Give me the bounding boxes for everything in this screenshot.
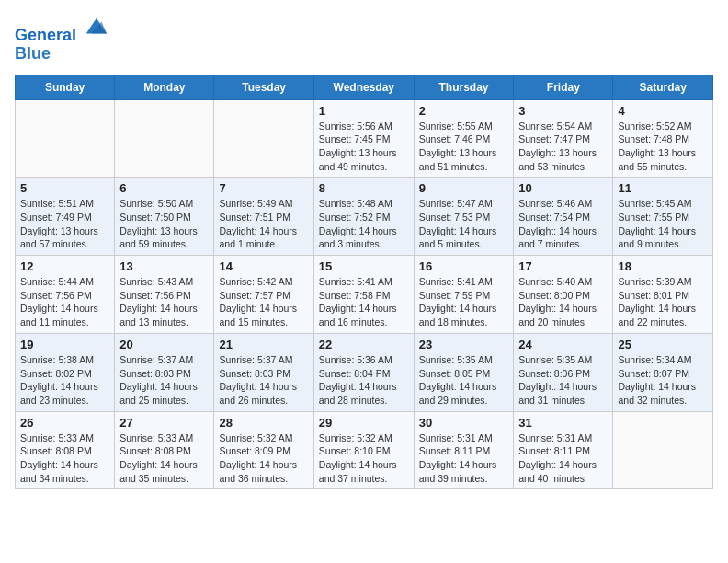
day-info: Sunrise: 5:34 AMSunset: 8:07 PMDaylight:… [618, 353, 708, 408]
day-info: Sunrise: 5:31 AMSunset: 8:11 PMDaylight:… [518, 431, 608, 486]
day-number: 7 [219, 181, 308, 195]
calendar-cell: 20Sunrise: 5:37 AMSunset: 8:03 PMDayligh… [115, 333, 214, 411]
calendar-cell: 27Sunrise: 5:33 AMSunset: 8:08 PMDayligh… [115, 411, 214, 489]
logo-general: General [15, 26, 76, 44]
calendar-cell: 12Sunrise: 5:44 AMSunset: 7:56 PMDayligh… [16, 256, 115, 334]
day-info: Sunrise: 5:32 AMSunset: 8:10 PMDaylight:… [319, 431, 409, 486]
calendar-cell: 21Sunrise: 5:37 AMSunset: 8:03 PMDayligh… [214, 333, 313, 411]
calendar-cell: 18Sunrise: 5:39 AMSunset: 8:01 PMDayligh… [613, 256, 713, 334]
day-number: 26 [20, 416, 109, 430]
calendar-cell: 24Sunrise: 5:35 AMSunset: 8:06 PMDayligh… [514, 333, 613, 411]
calendar-cell [115, 99, 214, 178]
day-info: Sunrise: 5:37 AMSunset: 8:03 PMDaylight:… [119, 353, 209, 408]
day-info: Sunrise: 5:38 AMSunset: 8:02 PMDaylight:… [20, 353, 109, 408]
calendar-week-row: 1Sunrise: 5:56 AMSunset: 7:45 PMDaylight… [16, 99, 713, 178]
calendar-cell: 26Sunrise: 5:33 AMSunset: 8:08 PMDayligh… [16, 411, 115, 489]
weekday-header-sunday: Sunday [16, 75, 115, 99]
logo-text: General [15, 15, 108, 45]
calendar-cell: 10Sunrise: 5:46 AMSunset: 7:54 PMDayligh… [514, 178, 613, 256]
day-number: 16 [419, 259, 509, 273]
day-number: 8 [319, 181, 409, 195]
day-number: 5 [20, 181, 109, 195]
day-info: Sunrise: 5:36 AMSunset: 8:04 PMDaylight:… [319, 353, 409, 408]
day-number: 11 [618, 181, 708, 195]
weekday-header-saturday: Saturday [613, 75, 713, 99]
calendar-cell: 4Sunrise: 5:52 AMSunset: 7:48 PMDaylight… [613, 99, 713, 178]
day-info: Sunrise: 5:44 AMSunset: 7:56 PMDaylight:… [20, 275, 109, 329]
calendar-cell: 22Sunrise: 5:36 AMSunset: 8:04 PMDayligh… [313, 333, 414, 411]
calendar-week-row: 5Sunrise: 5:51 AMSunset: 7:49 PMDaylight… [16, 178, 713, 256]
day-number: 14 [219, 259, 308, 273]
calendar-cell [214, 99, 313, 178]
calendar-cell: 11Sunrise: 5:45 AMSunset: 7:55 PMDayligh… [613, 178, 713, 256]
day-info: Sunrise: 5:56 AMSunset: 7:45 PMDaylight:… [319, 120, 409, 174]
day-info: Sunrise: 5:40 AMSunset: 8:00 PMDaylight:… [518, 275, 608, 329]
day-number: 17 [518, 259, 608, 273]
calendar-cell: 28Sunrise: 5:32 AMSunset: 8:09 PMDayligh… [214, 411, 313, 489]
page-header: General Blue [15, 15, 713, 63]
day-info: Sunrise: 5:43 AMSunset: 7:56 PMDaylight:… [119, 275, 209, 329]
weekday-header-row: SundayMondayTuesdayWednesdayThursdayFrid… [16, 75, 713, 99]
logo-icon [83, 15, 108, 40]
day-number: 27 [119, 416, 209, 430]
day-info: Sunrise: 5:39 AMSunset: 8:01 PMDaylight:… [618, 275, 708, 329]
calendar-cell [613, 411, 713, 489]
weekday-header-monday: Monday [115, 75, 214, 99]
day-number: 1 [319, 104, 409, 118]
calendar-body: 1Sunrise: 5:56 AMSunset: 7:45 PMDaylight… [16, 99, 713, 489]
calendar-cell: 1Sunrise: 5:56 AMSunset: 7:45 PMDaylight… [313, 99, 414, 178]
calendar-week-row: 12Sunrise: 5:44 AMSunset: 7:56 PMDayligh… [16, 256, 713, 334]
day-info: Sunrise: 5:33 AMSunset: 8:08 PMDaylight:… [20, 431, 109, 486]
day-number: 28 [219, 416, 308, 430]
day-number: 24 [518, 338, 608, 351]
day-info: Sunrise: 5:50 AMSunset: 7:50 PMDaylight:… [119, 197, 209, 251]
day-number: 10 [518, 181, 608, 195]
day-info: Sunrise: 5:54 AMSunset: 7:47 PMDaylight:… [518, 120, 608, 174]
calendar-week-row: 26Sunrise: 5:33 AMSunset: 8:08 PMDayligh… [16, 411, 713, 489]
day-number: 20 [119, 338, 209, 351]
calendar-cell: 7Sunrise: 5:49 AMSunset: 7:51 PMDaylight… [214, 178, 313, 256]
day-number: 31 [518, 416, 608, 430]
day-number: 25 [618, 338, 708, 351]
calendar-cell: 14Sunrise: 5:42 AMSunset: 7:57 PMDayligh… [214, 256, 313, 334]
calendar-cell: 6Sunrise: 5:50 AMSunset: 7:50 PMDaylight… [115, 178, 214, 256]
calendar-week-row: 19Sunrise: 5:38 AMSunset: 8:02 PMDayligh… [16, 333, 713, 411]
day-number: 22 [319, 338, 409, 351]
day-info: Sunrise: 5:33 AMSunset: 8:08 PMDaylight:… [119, 431, 209, 486]
day-info: Sunrise: 5:32 AMSunset: 8:09 PMDaylight:… [219, 431, 308, 486]
logo: General Blue [15, 15, 108, 63]
day-info: Sunrise: 5:52 AMSunset: 7:48 PMDaylight:… [618, 120, 708, 174]
calendar-cell: 9Sunrise: 5:47 AMSunset: 7:53 PMDaylight… [414, 178, 514, 256]
weekday-header-friday: Friday [514, 75, 613, 99]
calendar-table: SundayMondayTuesdayWednesdayThursdayFrid… [15, 75, 713, 490]
day-number: 23 [419, 338, 509, 351]
day-info: Sunrise: 5:41 AMSunset: 7:59 PMDaylight:… [419, 275, 509, 329]
day-info: Sunrise: 5:49 AMSunset: 7:51 PMDaylight:… [219, 197, 308, 251]
day-info: Sunrise: 5:31 AMSunset: 8:11 PMDaylight:… [419, 431, 509, 486]
day-info: Sunrise: 5:55 AMSunset: 7:46 PMDaylight:… [419, 120, 509, 174]
day-number: 21 [219, 338, 308, 351]
day-info: Sunrise: 5:42 AMSunset: 7:57 PMDaylight:… [219, 275, 308, 329]
calendar-cell: 16Sunrise: 5:41 AMSunset: 7:59 PMDayligh… [414, 256, 514, 334]
day-number: 6 [119, 181, 209, 195]
calendar-cell: 3Sunrise: 5:54 AMSunset: 7:47 PMDaylight… [514, 99, 613, 178]
calendar-cell: 30Sunrise: 5:31 AMSunset: 8:11 PMDayligh… [414, 411, 514, 489]
calendar-cell: 17Sunrise: 5:40 AMSunset: 8:00 PMDayligh… [514, 256, 613, 334]
calendar-cell: 23Sunrise: 5:35 AMSunset: 8:05 PMDayligh… [414, 333, 514, 411]
calendar-cell: 5Sunrise: 5:51 AMSunset: 7:49 PMDaylight… [16, 178, 115, 256]
day-info: Sunrise: 5:35 AMSunset: 8:05 PMDaylight:… [419, 353, 509, 408]
day-info: Sunrise: 5:46 AMSunset: 7:54 PMDaylight:… [518, 197, 608, 251]
day-number: 12 [20, 259, 109, 273]
calendar-cell: 8Sunrise: 5:48 AMSunset: 7:52 PMDaylight… [313, 178, 414, 256]
calendar-cell: 25Sunrise: 5:34 AMSunset: 8:07 PMDayligh… [613, 333, 713, 411]
day-number: 13 [119, 259, 209, 273]
day-number: 30 [419, 416, 509, 430]
logo-blue: Blue [15, 45, 108, 63]
day-info: Sunrise: 5:41 AMSunset: 7:58 PMDaylight:… [319, 275, 409, 329]
day-number: 19 [20, 338, 109, 351]
day-info: Sunrise: 5:35 AMSunset: 8:06 PMDaylight:… [518, 353, 608, 408]
calendar-cell: 19Sunrise: 5:38 AMSunset: 8:02 PMDayligh… [16, 333, 115, 411]
day-number: 29 [319, 416, 409, 430]
weekday-header-thursday: Thursday [414, 75, 514, 99]
weekday-header-wednesday: Wednesday [313, 75, 414, 99]
